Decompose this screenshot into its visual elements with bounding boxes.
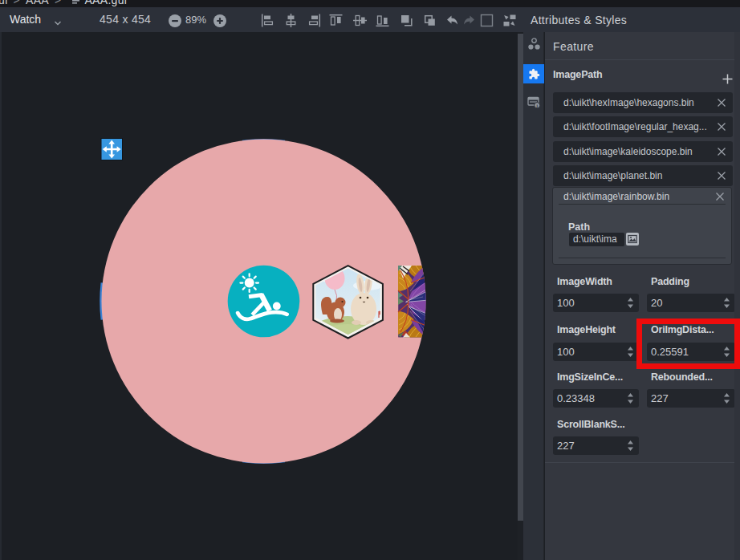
prop-field-imageheight[interactable]: 100: [553, 343, 639, 361]
align-top-icon[interactable]: [329, 14, 343, 27]
prop-label-imgsizeince: ImgSizeInCe...: [557, 371, 623, 383]
divider: [559, 204, 726, 205]
path-input[interactable]: d:\uikt\ima: [569, 233, 624, 246]
remove-path-icon[interactable]: [717, 98, 726, 108]
spinner-arrows[interactable]: [627, 392, 634, 404]
design-canvas[interactable]: [2, 32, 518, 560]
spinner-arrows[interactable]: [723, 392, 730, 404]
prop-field-rebounded[interactable]: 227: [647, 389, 735, 408]
selection-box-icon[interactable]: [480, 14, 494, 27]
imagepath-value[interactable]: d:\uikt\image\kaleidoscope.bin: [563, 141, 712, 162]
gui-file-icon: [71, 0, 80, 3]
prop-label-padding: Padding: [651, 276, 689, 287]
spinner-arrows[interactable]: [723, 297, 730, 309]
redo-icon[interactable]: [462, 14, 476, 27]
align-left-icon[interactable]: [261, 14, 274, 27]
path-field-label: Path: [568, 221, 590, 233]
prop-label-scrollblanks: ScrollBlankS...: [557, 419, 625, 430]
prop-field-padding[interactable]: 20: [647, 294, 735, 312]
zoom-level: 89%: [185, 7, 206, 32]
send-backward-icon[interactable]: [423, 14, 437, 27]
align-center-horizontal-icon[interactable]: [284, 14, 298, 27]
imagepath-row[interactable]: d:\uikt\hexImage\hexagons.bin: [553, 92, 733, 113]
tab-form-info[interactable]: i: [523, 92, 544, 112]
imagepath-value[interactable]: d:\uikt\hexImage\hexagons.bin: [563, 92, 712, 113]
chevron-down-icon[interactable]: [53, 17, 63, 29]
toolbar: Watch 454 x 454 89% Attributes & Styles: [0, 7, 740, 32]
canvas-scene: [2, 32, 518, 560]
move-handle[interactable]: [101, 139, 123, 160]
swap-widget-icon[interactable]: [502, 14, 516, 27]
imagepath-expanded-group: d:\uikt\image\rainbow.bin Path d:\uikt\i…: [552, 187, 732, 265]
align-right-icon[interactable]: [307, 14, 321, 27]
bring-forward-icon[interactable]: [400, 14, 413, 27]
imagepath-value[interactable]: d:\uikt\image\rainbow.bin: [563, 189, 712, 205]
prop-label-rebounded: Rebounded...: [651, 371, 713, 383]
prop-value[interactable]: 227: [651, 389, 669, 408]
zoom-in-button[interactable]: [213, 14, 226, 27]
imagepath-row[interactable]: d:\uikt\footImage\regular_hexag...: [553, 116, 733, 137]
panel-tab-strip: i: [523, 32, 544, 560]
item-kaleidoscope[interactable]: [398, 265, 470, 338]
imagepath-row-expanded[interactable]: d:\uikt\image\rainbow.bin: [553, 189, 731, 205]
zoom-out-button[interactable]: [169, 14, 181, 27]
attributes-panel: Feature ImagePath d:\uikt\hexImage\hexag…: [545, 32, 740, 560]
align-middle-vertical-icon[interactable]: [353, 14, 367, 27]
align-bottom-icon[interactable]: [376, 14, 389, 27]
feature-header: Feature: [553, 40, 594, 53]
breadcrumb-parent[interactable]: AAA: [26, 0, 49, 6]
item-swim-badge[interactable]: [228, 266, 300, 338]
divider: [545, 462, 740, 463]
canvas-vertical-scrollbar[interactable]: [518, 32, 523, 560]
imagepath-row[interactable]: d:\uikt\image\kaleidoscope.bin: [553, 141, 733, 162]
prop-value[interactable]: 227: [557, 436, 575, 455]
spinner-arrows[interactable]: [627, 346, 634, 358]
canvas-size-indicator: 454 x 454: [100, 7, 151, 32]
prop-value[interactable]: 100: [557, 294, 575, 312]
spinner-arrows[interactable]: [627, 297, 634, 309]
prop-label-imageheight: ImageHeight: [557, 324, 616, 335]
remove-path-icon[interactable]: [715, 192, 725, 201]
image-picker-button[interactable]: [626, 233, 639, 246]
divider: [559, 258, 726, 258]
remove-path-icon[interactable]: [717, 122, 726, 132]
prop-value[interactable]: 20: [651, 294, 662, 312]
imagepath-section-label: ImagePath: [553, 69, 602, 80]
imagepath-value[interactable]: d:\uikt\image\planet.bin: [563, 165, 712, 186]
tab-structure[interactable]: [523, 34, 544, 54]
prop-field-scrollblanks[interactable]: 227: [553, 436, 639, 455]
scrollbar-thumb[interactable]: [518, 34, 523, 521]
prop-value[interactable]: 100: [557, 343, 575, 361]
prop-value[interactable]: 0.23348: [557, 389, 595, 408]
breadcrumb-separator: >: [14, 0, 20, 6]
prop-field-imgsizeince[interactable]: 0.23348: [553, 389, 639, 408]
remove-path-icon[interactable]: [717, 147, 726, 156]
divider: [545, 59, 740, 60]
prop-field-imagewidth[interactable]: 100: [553, 294, 639, 312]
breadcrumb[interactable]: gui>AAA>AAA.gui: [0, 0, 127, 6]
breadcrumb-bar: gui>AAA>AAA.gui: [0, 0, 740, 7]
imagepath-value[interactable]: d:\uikt\footImage\regular_hexag...: [563, 116, 712, 137]
breadcrumb-separator: >: [55, 0, 61, 6]
breadcrumb-prefix[interactable]: gui: [0, 0, 8, 6]
tab-feature[interactable]: [523, 64, 544, 83]
spinner-arrows[interactable]: [627, 440, 634, 452]
panel-scrollbar-gutter: [734, 32, 740, 560]
remove-path-icon[interactable]: [717, 171, 726, 181]
undo-icon[interactable]: [445, 14, 459, 27]
add-imagepath-button[interactable]: [722, 74, 733, 84]
breadcrumb-file[interactable]: AAA.gui: [84, 0, 127, 6]
watch-dropdown[interactable]: Watch: [10, 7, 41, 32]
highlight-red-box: [636, 319, 740, 369]
gui-editor-window: gui>AAA>AAA.gui Watch 454 x 454 89% Attr…: [0, 0, 740, 560]
imagepath-row[interactable]: d:\uikt\image\planet.bin: [553, 165, 733, 186]
panel-title: Attributes & Styles: [531, 7, 627, 32]
prop-label-imagewidth: ImageWidth: [557, 276, 612, 287]
